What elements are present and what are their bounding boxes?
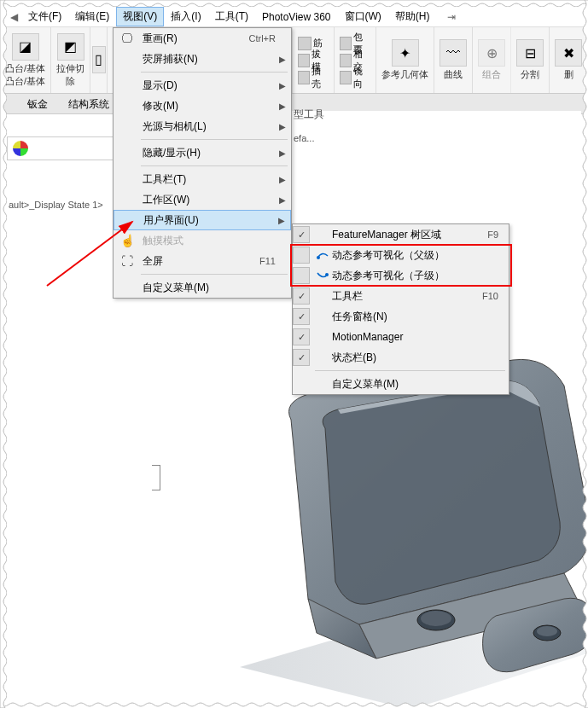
tool-cut[interactable]: ◩ 拉伸切除	[51, 27, 90, 93]
narrow-icon: ▯	[92, 46, 106, 73]
submenu-item-M[interactable]: 自定义菜单(M)	[293, 374, 509, 394]
btn-shell[interactable]: 抽壳	[298, 69, 329, 86]
blank-icon	[117, 279, 137, 296]
origin-marker	[152, 465, 160, 490]
tool-combine[interactable]: ⊕ 组合	[473, 27, 511, 93]
menu-item-T[interactable]: 工具栏(T)▶	[114, 169, 291, 189]
menu-photoview[interactable]: PhotoView 360	[255, 9, 338, 26]
menu-item-[interactable]: ⛶全屏F11	[114, 251, 291, 271]
view-menu-dropdown: 🖵重画(R)Ctrl+R荧屏捕获(N)▶显示(D)▶修改(M)▶光源与相机(L)…	[113, 27, 292, 299]
blank-icon	[117, 118, 137, 135]
menu-label: 荧屏捕获(N)	[143, 52, 276, 67]
check-icon: ✓	[293, 349, 310, 366]
menu-file[interactable]: 文件(F)	[21, 7, 68, 26]
tool-mini-group: 筋 拔模 抽壳	[293, 27, 335, 93]
refgeom-icon: ✦	[392, 39, 419, 67]
intersect-icon	[340, 54, 352, 67]
menu-item-R[interactable]: 🖵重画(R)Ctrl+R	[114, 28, 291, 49]
menu-label: 工作区(W)	[143, 193, 276, 207]
delete-icon: ✖	[555, 39, 582, 67]
rib-icon	[298, 37, 311, 50]
blank-icon	[117, 144, 137, 161]
tool-boss[interactable]: ◪ 凸台/基体凸台/基体	[0, 27, 51, 93]
blank-icon	[117, 97, 137, 114]
btn-mirror[interactable]: 镜向	[340, 69, 370, 86]
check-icon	[293, 267, 310, 284]
menu-label: 自定义菜单(M)	[143, 281, 276, 295]
submenu-item-FeatureManager[interactable]: ✓FeatureManager 树区域F9	[293, 224, 509, 245]
blank-icon	[118, 212, 138, 229]
menu-item-M[interactable]: 自定义菜单(M)	[114, 277, 291, 298]
tab-sheetmetal[interactable]: 钣金	[17, 94, 58, 113]
submenu-item-B[interactable]: ✓状态栏(B)	[293, 347, 509, 368]
tool-mini-group2: 包覆 相交 镜向	[335, 27, 376, 93]
check-icon	[293, 247, 310, 264]
mirror-icon	[340, 71, 352, 84]
blank-icon	[117, 171, 137, 188]
menu-item-D[interactable]: 显示(D)▶	[114, 75, 291, 96]
touch-icon: ☝	[117, 232, 137, 249]
submenu-label: 状态栏(B)	[332, 351, 498, 365]
toolbar: ◪ 凸台/基体凸台/基体 ◩ 拉伸切除 ▯ ▦ 性阵列 筋 拔模 抽壳 包覆 相…	[0, 27, 588, 94]
menu-item-W[interactable]: 工作区(W)▶	[114, 189, 291, 210]
menu-item-N[interactable]: 荧屏捕获(N)▶	[114, 49, 291, 69]
tool-refgeom[interactable]: ✦ 参考几何体	[376, 27, 434, 93]
menu-item-M[interactable]: 修改(M)▶	[114, 96, 291, 116]
tab-structure[interactable]: 结构系统	[58, 94, 119, 113]
submenu-item-N[interactable]: ✓任务窗格(N)	[293, 306, 509, 327]
blank-icon	[117, 191, 137, 208]
wrap-icon	[340, 37, 352, 50]
check-icon: ✓	[293, 308, 310, 325]
blank-icon	[117, 50, 137, 67]
menu-label: 显示(D)	[143, 78, 276, 93]
menu-item-U[interactable]: 用户界面(U)▶	[114, 210, 291, 230]
menu-window[interactable]: 窗口(W)	[338, 7, 388, 26]
svg-point-4	[317, 256, 320, 259]
blank-icon	[117, 77, 137, 94]
submenu-arrow-icon: ▶	[279, 55, 286, 64]
boss-icon: ◪	[12, 33, 39, 61]
dyn-p-icon	[313, 249, 332, 261]
menu-help[interactable]: 帮助(H)	[388, 7, 437, 26]
submenu-item-MotionManager[interactable]: ✓MotionManager	[293, 327, 509, 347]
tool-curves[interactable]: 〰 曲线	[434, 27, 473, 93]
menu-insert[interactable]: 插入(I)	[164, 7, 207, 26]
submenu-label: MotionManager	[332, 331, 498, 343]
submenu-item-[interactable]: ✓工具栏F10	[293, 286, 509, 306]
menu-label: 修改(M)	[143, 99, 276, 113]
submenu-arrow-icon: ▶	[279, 148, 286, 158]
tab-remnant2: efa...	[294, 133, 314, 143]
submenu-label: 动态参考可视化（父级）	[332, 248, 498, 263]
menu-view[interactable]: 视图(V)	[116, 7, 164, 26]
menu-label: 工具栏(T)	[143, 172, 276, 187]
svg-point-1	[421, 611, 451, 626]
menu-label: 用户界面(U)	[143, 213, 275, 228]
submenu-item-[interactable]: 动态参考可视化（父级）	[293, 245, 509, 265]
tool-narrow[interactable]: ▯	[90, 27, 108, 93]
menu-item-L[interactable]: 光源与相机(L)▶	[114, 116, 291, 136]
check-icon: ✓	[293, 328, 310, 345]
menu-label: 重画(R)	[143, 32, 249, 46]
menu-prev-icon[interactable]: ◀	[7, 11, 21, 23]
menu-tools[interactable]: 工具(T)	[208, 7, 255, 26]
submenu-item-[interactable]: 动态参考可视化（子级）	[293, 265, 509, 286]
menu-pin-icon[interactable]: ⇥	[444, 11, 459, 23]
submenu-arrow-icon: ▶	[279, 195, 286, 205]
svg-point-5	[325, 273, 329, 276]
menu-item-H[interactable]: 隐藏/显示(H)▶	[114, 142, 291, 163]
menubar: ◀ 文件(F) 编辑(E) 视图(V) 插入(I) 工具(T) PhotoVie…	[0, 7, 588, 27]
tool-split[interactable]: ⊟ 分割	[511, 27, 550, 93]
menu-label: 全屏	[143, 254, 259, 269]
menu-label: 触摸模式	[143, 234, 276, 248]
submenu-arrow-icon: ▶	[278, 216, 285, 225]
submenu-label: FeatureManager 树区域	[332, 228, 487, 242]
menu-edit[interactable]: 编辑(E)	[68, 7, 116, 26]
check-icon: ✓	[293, 226, 310, 243]
menu-label: 光源与相机(L)	[143, 119, 276, 134]
cut-icon: ◩	[57, 33, 84, 61]
appearance-ball-icon	[13, 141, 28, 156]
3d-part[interactable]	[189, 351, 588, 708]
svg-point-3	[537, 626, 557, 636]
submenu-arrow-icon: ▶	[279, 102, 286, 111]
menu-item-: ☝触摸模式	[114, 230, 291, 251]
